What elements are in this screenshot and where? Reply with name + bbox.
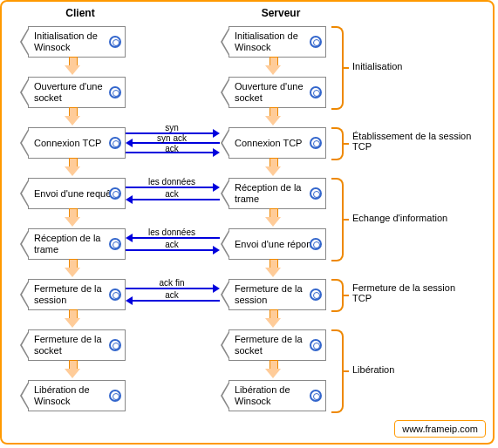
step-server-0: Initialisation de Winsock <box>229 26 326 58</box>
step-client-4: Réception de la trame <box>28 228 126 260</box>
exchange-label: ack <box>150 240 194 249</box>
step-server-1: Ouverture d'une socket <box>229 77 326 108</box>
down-arrow-icon <box>265 107 281 126</box>
exchange-label: ack <box>150 290 194 300</box>
step-server-6: Fermeture de la socket <box>229 329 326 361</box>
down-arrow-icon <box>65 158 80 177</box>
step-client-0: Initialisation de Winsock <box>28 26 126 58</box>
ring-icon <box>310 187 322 200</box>
step-server-3: Réception de la trame <box>229 178 326 209</box>
brace-icon <box>331 127 344 160</box>
down-arrow-icon <box>65 259 80 278</box>
phase-label: Echange d'information <box>352 213 447 223</box>
phase-label: Libération <box>352 364 394 375</box>
step-client-1: Ouverture d'une socket <box>28 77 126 108</box>
phase-label: Fermeture de la session TCP <box>352 282 474 303</box>
step-label: Connexion TCP <box>29 138 101 149</box>
exchange-label: les données <box>141 177 202 187</box>
exchange-label: syn <box>150 123 194 132</box>
exchange-label: ack <box>150 144 194 153</box>
column-header-server: Serveur <box>246 7 316 19</box>
phase-label: Établissement de la session TCP <box>352 131 474 152</box>
ring-icon <box>310 238 322 250</box>
down-arrow-icon <box>265 208 281 227</box>
ring-icon <box>310 390 322 402</box>
step-client-3: Envoi d'une requête <box>28 178 126 209</box>
arrow-left-icon <box>133 237 220 239</box>
brace-icon <box>331 329 344 413</box>
arrow-right-icon <box>126 187 213 188</box>
ring-icon <box>109 36 121 48</box>
step-client-2: Connexion TCP <box>28 127 126 159</box>
exchange-label: les données <box>141 227 202 237</box>
ring-icon <box>310 36 322 48</box>
step-server-4: Envoi d'une réponse <box>229 228 326 260</box>
arrow-left-icon <box>133 300 220 302</box>
step-label: Envoi d'une réponse <box>229 239 322 250</box>
down-arrow-icon <box>265 309 281 329</box>
ring-icon <box>310 339 322 351</box>
diagram-frame: Client Serveur Initialisation de Winsock… <box>0 0 495 445</box>
footer-credit: www.frameip.com <box>394 420 486 438</box>
arrow-right-icon <box>126 249 213 251</box>
down-arrow-icon <box>65 107 80 126</box>
ring-icon <box>109 238 121 250</box>
ring-icon <box>109 187 121 200</box>
exchange-label: ack fin <box>150 278 194 288</box>
down-arrow-icon <box>65 208 80 227</box>
ring-icon <box>109 288 121 301</box>
step-label: Connexion TCP <box>229 138 302 149</box>
ring-icon <box>109 86 121 98</box>
down-arrow-icon <box>265 259 281 278</box>
exchange-label: ack <box>150 189 194 199</box>
ring-icon <box>310 86 322 98</box>
down-arrow-icon <box>265 158 281 177</box>
ring-icon <box>310 137 322 149</box>
step-client-7: Libération de Winsock <box>28 380 126 411</box>
step-server-7: Libération de Winsock <box>229 380 326 411</box>
phase-label: Initialisation <box>352 61 402 71</box>
exchange-label: syn ack <box>150 133 194 143</box>
ring-icon <box>109 137 121 149</box>
step-server-2: Connexion TCP <box>229 127 326 159</box>
brace-icon <box>331 279 344 312</box>
step-server-5: Fermeture de la session <box>229 279 326 310</box>
brace-icon <box>331 178 344 261</box>
step-label: Envoi d'une requête <box>29 188 119 200</box>
brace-icon <box>331 26 344 110</box>
column-header-client: Client <box>45 7 115 19</box>
ring-icon <box>109 339 121 351</box>
ring-icon <box>310 288 322 301</box>
down-arrow-icon <box>265 57 281 76</box>
down-arrow-icon <box>65 360 80 379</box>
down-arrow-icon <box>265 360 281 379</box>
down-arrow-icon <box>65 57 80 76</box>
down-arrow-icon <box>65 309 80 329</box>
step-client-6: Fermeture de la socket <box>28 329 126 361</box>
arrow-left-icon <box>133 199 220 200</box>
step-client-5: Fermeture de la session <box>28 279 126 310</box>
arrow-right-icon <box>126 288 213 289</box>
ring-icon <box>109 390 121 402</box>
